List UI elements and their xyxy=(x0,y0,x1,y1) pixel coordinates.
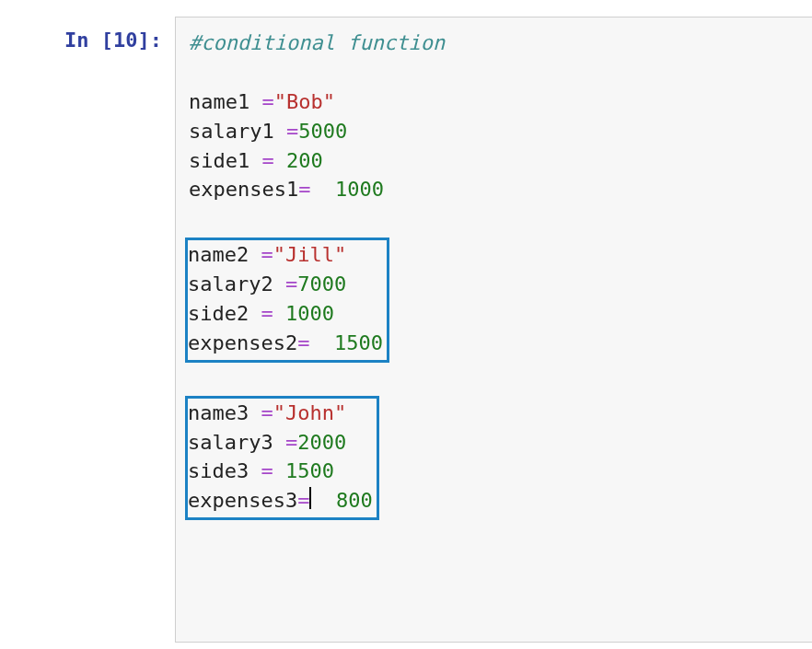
code-line[interactable]: salary3 =2000 xyxy=(188,428,373,458)
identifier: salary2 xyxy=(188,272,273,296)
identifier: side3 xyxy=(188,459,249,482)
identifier: name1 xyxy=(189,90,249,113)
operator: = xyxy=(261,243,273,266)
prompt-in-label: In xyxy=(64,29,101,52)
operator: = xyxy=(261,459,273,482)
operator: = xyxy=(261,149,273,172)
block-wrapper: name2 ="Jill"salary2 =7000side2 = 1000ex… xyxy=(189,234,799,363)
code-block: name1 ="Bob"salary1 =5000side1 = 200expe… xyxy=(189,87,799,205)
identifier: name2 xyxy=(188,243,249,266)
identifier: name3 xyxy=(188,401,249,424)
string-literal: "John" xyxy=(273,401,346,424)
prompt-close: ]: xyxy=(138,29,163,52)
code-line[interactable]: name1 ="Bob" xyxy=(189,87,799,117)
code-line[interactable]: name3 ="John" xyxy=(188,399,373,428)
code-line[interactable]: salary1 =5000 xyxy=(189,117,799,146)
prompt-number: 10 xyxy=(113,29,138,52)
identifier: expenses1 xyxy=(189,178,298,201)
code-editor[interactable]: #conditional functionname1 ="Bob"salary1… xyxy=(189,29,799,520)
operator: = xyxy=(297,489,309,512)
operator: = xyxy=(286,120,298,143)
block-wrapper: name1 ="Bob"salary1 =5000side1 = 200expe… xyxy=(189,87,799,205)
code-line[interactable]: expenses2= 1500 xyxy=(188,329,383,358)
prompt: In [10]: xyxy=(0,17,175,55)
string-literal: "Jill" xyxy=(273,243,346,266)
identifier: side2 xyxy=(188,302,249,325)
number-literal: 5000 xyxy=(298,120,347,143)
number-literal: 1500 xyxy=(285,459,334,482)
operator: = xyxy=(285,431,297,454)
operator: = xyxy=(298,178,310,201)
blank-line[interactable] xyxy=(189,58,799,87)
identifier: expenses3 xyxy=(188,489,297,512)
code-line[interactable]: side1 = 200 xyxy=(189,146,799,176)
code-line[interactable]: name2 ="Jill" xyxy=(188,240,383,270)
number-literal: 1000 xyxy=(285,302,334,325)
code-input-area[interactable]: #conditional functionname1 ="Bob"salary1… xyxy=(175,17,812,643)
identifier: salary1 xyxy=(189,120,274,143)
highlighted-code-block: name2 ="Jill"salary2 =7000side2 = 1000ex… xyxy=(185,238,389,363)
comment: #conditional function xyxy=(189,31,445,54)
code-line[interactable]: #conditional function xyxy=(189,29,799,58)
blank-line[interactable] xyxy=(189,363,799,392)
number-literal: 7000 xyxy=(297,272,346,296)
prompt-open: [ xyxy=(101,29,113,52)
notebook-cell: In [10]: #conditional functionname1 ="Bo… xyxy=(0,0,812,643)
number-literal: 1000 xyxy=(335,178,384,201)
code-line[interactable]: expenses3= 800 xyxy=(188,486,373,516)
number-literal: 800 xyxy=(336,489,373,512)
code-line[interactable]: expenses1= 1000 xyxy=(189,175,799,204)
blank-line[interactable] xyxy=(189,204,799,234)
code-line[interactable]: side2 = 1000 xyxy=(188,299,383,329)
number-literal: 2000 xyxy=(297,431,346,454)
operator: = xyxy=(297,331,309,354)
operator: = xyxy=(261,401,273,424)
block-wrapper: name3 ="John"salary3 =2000side3 = 1500ex… xyxy=(189,392,799,521)
highlighted-code-block: name3 ="John"salary3 =2000side3 = 1500ex… xyxy=(185,396,379,521)
identifier: salary3 xyxy=(188,431,273,454)
operator: = xyxy=(261,90,273,113)
operator: = xyxy=(285,272,297,296)
operator: = xyxy=(261,302,273,325)
code-line[interactable]: side3 = 1500 xyxy=(188,457,373,486)
number-literal: 1500 xyxy=(334,331,383,354)
identifier: side1 xyxy=(189,149,249,172)
identifier: expenses2 xyxy=(188,331,297,354)
code-line[interactable]: salary2 =7000 xyxy=(188,270,383,299)
number-literal: 200 xyxy=(286,149,323,172)
string-literal: "Bob" xyxy=(274,90,335,113)
